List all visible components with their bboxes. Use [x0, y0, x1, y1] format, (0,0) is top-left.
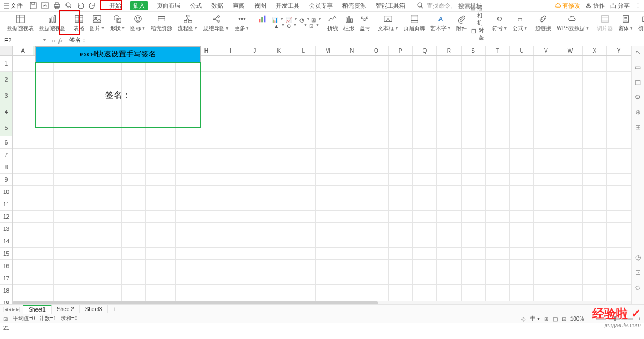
- select-all-corner[interactable]: [0, 46, 12, 56]
- undo-icon[interactable]: [76, 1, 85, 11]
- collapse-ribbon-icon[interactable]: ⌃: [636, 27, 641, 33]
- btn-sparkline-column[interactable]: 柱形: [341, 12, 357, 34]
- btn-attachment[interactable]: 附件: [453, 12, 470, 34]
- zoom-slider[interactable]: [596, 318, 633, 320]
- status-mode-icon[interactable]: ⊡: [3, 316, 8, 322]
- print-preview-icon[interactable]: [64, 1, 73, 11]
- redo-icon[interactable]: [88, 1, 97, 11]
- btn-camera[interactable]: 照相机: [471, 4, 486, 27]
- mini-chart-row2[interactable]: ▲▼ ⊙▼ ∴▼ ⊡▼: [274, 23, 319, 29]
- select-tool-icon[interactable]: ↖: [635, 48, 641, 56]
- col-header-T[interactable]: T: [486, 46, 510, 55]
- btn-sparkline-winloss[interactable]: 盈亏: [357, 12, 373, 34]
- search-box[interactable]: 查找命令、: [416, 1, 501, 11]
- col-header-Y[interactable]: Y: [607, 46, 631, 55]
- col-header-W[interactable]: W: [558, 46, 582, 55]
- btn-picture[interactable]: 图片▼: [87, 12, 107, 34]
- merged-title-cell[interactable]: excel快速设置手写签名: [35, 46, 201, 62]
- row-header-9[interactable]: 9: [0, 174, 12, 186]
- row-header-3[interactable]: 3: [0, 88, 12, 104]
- row-header-11[interactable]: 11: [0, 198, 12, 211]
- file-menu[interactable]: 文件: [3, 2, 23, 10]
- btn-wps-cloud[interactable]: WPS云数据▼: [554, 12, 592, 34]
- row-header-10[interactable]: 10: [0, 186, 12, 198]
- formula-input[interactable]: 签名：: [66, 36, 644, 44]
- property-icon[interactable]: ◫: [635, 78, 641, 86]
- fx-icon[interactable]: fx: [58, 37, 63, 44]
- tab-pagelayout[interactable]: 页面布局: [156, 1, 181, 11]
- tab-last-icon[interactable]: ▸|: [16, 306, 20, 312]
- col-header-S[interactable]: S: [462, 46, 486, 55]
- col-header-Q[interactable]: Q: [413, 46, 437, 55]
- zoom-label[interactable]: 100%: [570, 316, 584, 322]
- row-header-18[interactable]: 18: [0, 285, 12, 297]
- tab-view[interactable]: 视图: [253, 1, 267, 11]
- btn-shape[interactable]: 形状▼: [107, 12, 128, 34]
- row-header-15[interactable]: 15: [0, 248, 12, 260]
- row-header-6[interactable]: 6: [0, 136, 12, 149]
- tab-review[interactable]: 审阅: [232, 1, 246, 11]
- more-menu-icon[interactable]: ⋮: [635, 2, 641, 9]
- col-header-M[interactable]: M: [316, 46, 340, 55]
- col-header-R[interactable]: R: [437, 46, 461, 55]
- collab-button[interactable]: ♨ 协作: [586, 2, 605, 10]
- row-header-13[interactable]: 13: [0, 223, 12, 235]
- mini-chart-row1[interactable]: 📊▼ 📈▼ ◔▼ ⊞▼: [272, 17, 322, 23]
- col-header-K[interactable]: K: [267, 46, 291, 55]
- btn-header-footer[interactable]: 页眉页脚: [401, 12, 428, 34]
- btn-flowchart[interactable]: 流程图▼: [175, 12, 201, 34]
- add-sheet-button[interactable]: +: [108, 305, 122, 313]
- row-header-1[interactable]: 1: [0, 56, 12, 72]
- btn-dk-resource[interactable]: 稻壳资源: [148, 12, 175, 34]
- btn-textbox[interactable]: A文本框▼: [375, 12, 401, 34]
- btn-more[interactable]: 更多▼: [232, 12, 252, 34]
- tab-formula[interactable]: 公式: [189, 1, 203, 11]
- btn-wordart[interactable]: A艺术字▼: [428, 12, 453, 34]
- tab-insert[interactable]: 插入: [130, 1, 148, 10]
- tab-dev[interactable]: 开发工具: [275, 1, 301, 11]
- view-cn-icon[interactable]: 中 ▾: [530, 315, 540, 322]
- unsaved-changes[interactable]: 有修改: [555, 2, 580, 10]
- btn-hyperlink[interactable]: 超链接: [532, 12, 554, 34]
- col-header-X[interactable]: X: [583, 46, 607, 55]
- row-header-2[interactable]: 2: [0, 72, 12, 88]
- btn-equation[interactable]: π公式▼: [510, 12, 530, 34]
- btn-sparkline-line[interactable]: 折线: [325, 12, 341, 34]
- view-eye-icon[interactable]: ◎: [521, 316, 526, 322]
- col-header-O[interactable]: O: [364, 46, 389, 55]
- btn-slicer[interactable]: 切片器: [594, 12, 616, 34]
- row-header-14[interactable]: 14: [0, 235, 12, 248]
- row-header-16[interactable]: 16: [0, 260, 12, 272]
- selection-pane-icon[interactable]: ▭: [635, 63, 641, 71]
- view-pagebreak-icon[interactable]: ⊡: [562, 316, 566, 322]
- tab-smart[interactable]: 智能工具箱: [375, 1, 406, 11]
- sheet-tab-3[interactable]: Sheet3: [80, 305, 108, 313]
- tab-first-icon[interactable]: |◂: [3, 306, 8, 312]
- zoom-in-icon[interactable]: +: [638, 316, 641, 322]
- col-header-V[interactable]: V: [534, 46, 558, 55]
- col-header-U[interactable]: U: [510, 46, 534, 55]
- sheet-tab-1[interactable]: Sheet1: [23, 305, 52, 314]
- row-header-12[interactable]: 12: [0, 211, 12, 223]
- layers-icon[interactable]: ⊞: [635, 124, 641, 131]
- zoom-out-icon[interactable]: −: [588, 316, 591, 322]
- col-header-I[interactable]: I: [218, 46, 243, 55]
- col-header-N[interactable]: N: [340, 46, 364, 55]
- btn-pivot-table[interactable]: 数据透视表: [4, 12, 36, 34]
- tab-next-icon[interactable]: ▸: [12, 306, 15, 312]
- view-normal-icon[interactable]: ⊞: [544, 316, 548, 322]
- backup-icon[interactable]: ⊕: [635, 109, 641, 116]
- tab-prev-icon[interactable]: ◂: [9, 306, 11, 312]
- tab-resource[interactable]: 稻壳资源: [341, 1, 367, 11]
- row-header-7[interactable]: 7: [0, 149, 12, 161]
- row-header-17[interactable]: 17: [0, 272, 12, 285]
- save-as-icon[interactable]: [41, 1, 49, 11]
- row-header-5[interactable]: 5: [0, 120, 12, 136]
- signature-selection-box[interactable]: 签名：: [35, 62, 201, 128]
- btn-object[interactable]: 对象: [471, 27, 486, 42]
- feedback-icon[interactable]: ⊡: [635, 269, 641, 276]
- row-header-21[interactable]: 21: [0, 322, 12, 334]
- cancel-fx-icon[interactable]: ⌕: [52, 37, 55, 44]
- sheet-tab-2[interactable]: Sheet2: [52, 305, 80, 313]
- view-pagelayout-icon[interactable]: ◫: [553, 316, 558, 322]
